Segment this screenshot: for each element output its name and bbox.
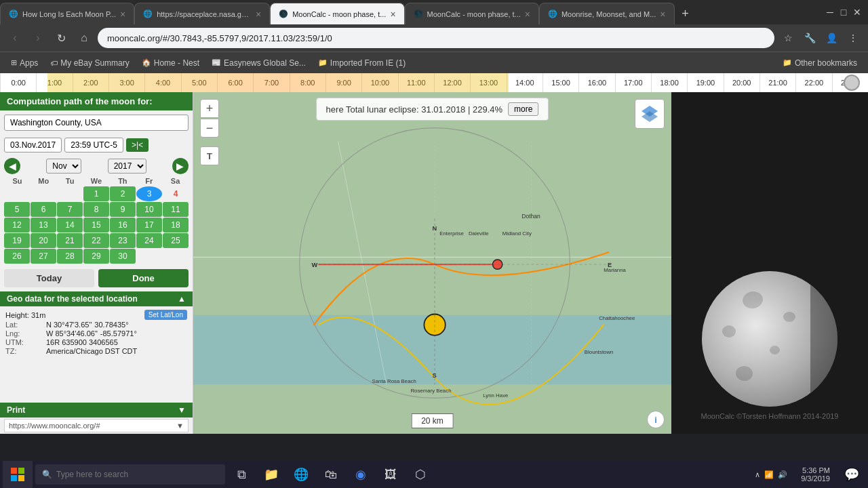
tab-3-close[interactable]: × xyxy=(390,9,395,20)
cal-day-3[interactable]: 3 xyxy=(136,186,162,201)
taskbar-store[interactable]: 🛍 xyxy=(317,461,344,488)
timeline-hour[interactable]: 16:00 xyxy=(578,73,614,92)
bookmark-ebay[interactable]: 🏷 My eBay Summary xyxy=(45,56,134,70)
cal-day-30[interactable]: 30 xyxy=(110,249,136,264)
print-expand-icon[interactable]: ▼ xyxy=(178,405,186,415)
geo-collapse-icon[interactable]: ▲ xyxy=(178,294,186,304)
year-select[interactable]: 2017 xyxy=(108,159,146,174)
tab-3[interactable]: 🌑 MoonCalc - moon phase, t... × xyxy=(270,3,404,24)
cal-day-18[interactable]: 18 xyxy=(163,218,189,232)
cal-day-23[interactable]: 23 xyxy=(110,233,136,248)
cal-day-20[interactable]: 20 xyxy=(31,233,56,248)
tab-2[interactable]: 🌐 https://spaceplace.nasa.go... × xyxy=(134,3,270,24)
taskbar-photos[interactable]: 🖼 xyxy=(377,461,404,488)
info-button[interactable]: i xyxy=(647,411,665,428)
done-button[interactable]: Done xyxy=(98,269,189,287)
other-bookmarks[interactable]: 📁 Other bookmarks xyxy=(777,56,863,70)
cal-day-11[interactable]: 11 xyxy=(163,202,189,217)
taskbar-extra[interactable]: ⬡ xyxy=(407,461,434,488)
timeline-hour[interactable]: 0:00 xyxy=(0,73,36,92)
tab-5-close[interactable]: × xyxy=(660,9,665,20)
cal-day-10[interactable]: 10 xyxy=(136,202,162,217)
today-button[interactable]: Today xyxy=(4,269,94,287)
cal-day-15[interactable]: 15 xyxy=(83,218,109,232)
prev-month-btn[interactable]: ◀ xyxy=(4,158,20,174)
map-area[interactable]: Enterprise Daleville Midland City Dothan… xyxy=(193,92,671,434)
cal-day-14[interactable]: 14 xyxy=(57,218,83,232)
next-month-btn[interactable]: ▶ xyxy=(172,158,189,174)
cal-day-28[interactable]: 28 xyxy=(57,249,83,264)
cal-day-17[interactable]: 17 xyxy=(136,218,162,232)
date-picker[interactable]: 03.Nov.2017 xyxy=(4,138,62,152)
bookmark-apps[interactable]: ⊞ Apps xyxy=(5,56,43,70)
forward-button[interactable]: › xyxy=(28,28,47,47)
minimize-button[interactable]: ─ xyxy=(825,7,835,18)
timeline-hour[interactable]: 12:00 xyxy=(434,73,470,92)
timeline-hour[interactable]: 13:00 xyxy=(470,73,506,92)
tray-volume-icon[interactable]: 🔊 xyxy=(778,470,787,479)
cal-day-24[interactable]: 24 xyxy=(136,233,162,248)
timeline-hour[interactable]: 11:00 xyxy=(398,73,434,92)
close-button[interactable]: ✕ xyxy=(852,7,863,18)
more-button[interactable]: more xyxy=(508,102,538,116)
bookmark-icon[interactable]: ☆ xyxy=(778,28,797,47)
timeline-hour[interactable]: 14:00 xyxy=(507,73,542,92)
timeline-hour[interactable]: 15:00 xyxy=(542,73,578,92)
cal-day-9[interactable]: 9 xyxy=(110,202,136,217)
timeline-hour[interactable]: 18:00 xyxy=(651,73,687,92)
cal-day-2[interactable]: 2 xyxy=(110,186,136,201)
extension-icon[interactable]: 🔧 xyxy=(800,28,819,47)
cal-day-13[interactable]: 13 xyxy=(31,218,56,232)
cal-day-8[interactable]: 8 xyxy=(83,202,109,217)
cal-day-4[interactable]: 4 xyxy=(163,186,189,201)
timeline-hour[interactable]: 2:00 xyxy=(73,73,108,92)
timeline-hour[interactable]: 19:00 xyxy=(687,73,723,92)
print-label[interactable]: Print xyxy=(7,405,25,415)
taskbar-edge[interactable]: 🌐 xyxy=(288,461,315,488)
timeline-hour[interactable]: 21:00 xyxy=(760,73,795,92)
tab-5[interactable]: 🌐 Moonrise, Moonset, and M... × xyxy=(539,3,675,24)
cal-day-12[interactable]: 12 xyxy=(4,218,30,232)
timeline-hour[interactable]: 1:00 xyxy=(36,73,72,92)
start-button[interactable] xyxy=(3,461,33,488)
timeline-hour[interactable]: 17:00 xyxy=(615,73,651,92)
tab-4-close[interactable]: × xyxy=(525,9,530,20)
timeline-hour[interactable]: 10:00 xyxy=(361,73,397,92)
bookmark-easynews[interactable]: 📰 Easynews Global Se... xyxy=(206,56,311,70)
cal-day-16[interactable]: 16 xyxy=(110,218,136,232)
taskbar-explorer[interactable]: 📁 xyxy=(258,461,285,488)
set-latlng-button[interactable]: Set Lat/Lon xyxy=(144,310,187,320)
refresh-button[interactable]: ↻ xyxy=(52,28,71,47)
timeline[interactable]: 0:001:002:003:004:005:006:007:008:009:00… xyxy=(0,73,868,92)
cal-day-1[interactable]: 1 xyxy=(83,186,109,201)
timeline-hour[interactable]: 6:00 xyxy=(217,73,253,92)
time-display[interactable]: 5:36 PM 9/3/2019 xyxy=(795,466,835,483)
cal-day-19[interactable]: 19 xyxy=(4,233,30,248)
profile-icon[interactable]: 👤 xyxy=(822,28,841,47)
cal-day-6[interactable]: 6 xyxy=(31,202,56,217)
layer-button[interactable] xyxy=(635,99,665,129)
location-input[interactable] xyxy=(4,115,189,131)
timeline-hour[interactable]: 3:00 xyxy=(108,73,144,92)
cal-day-26[interactable]: 26 xyxy=(4,249,30,264)
zoom-in-button[interactable]: + xyxy=(200,99,219,118)
cal-day-22[interactable]: 22 xyxy=(83,233,109,248)
timeline-hour[interactable]: 8:00 xyxy=(290,73,326,92)
nav-prev-btn[interactable]: >|< xyxy=(126,138,149,152)
new-tab-button[interactable]: + xyxy=(675,3,696,24)
tab-1-close[interactable]: × xyxy=(120,9,125,20)
url-input[interactable]: mooncalc.org/#/30.7843,-85.5797,9/2017.1… xyxy=(98,28,774,48)
notification-icon[interactable]: 💬 xyxy=(838,461,865,488)
cal-day-29[interactable]: 29 xyxy=(83,249,109,264)
timeline-hour[interactable]: 20:00 xyxy=(724,73,760,92)
tab-2-close[interactable]: × xyxy=(256,9,261,20)
cal-day-5[interactable]: 5 xyxy=(4,202,30,217)
url-bottom-expand[interactable]: ▼ xyxy=(176,422,184,430)
tab-1[interactable]: 🌐 How Long Is Each Moon P... × xyxy=(0,3,134,24)
taskbar-taskview[interactable]: ⧉ xyxy=(228,461,255,488)
month-select[interactable]: Nov xyxy=(46,159,81,174)
bookmark-nest[interactable]: 🏠 Home - Nest xyxy=(136,56,205,70)
cal-day-21[interactable]: 21 xyxy=(57,233,83,248)
home-button[interactable]: ⌂ xyxy=(75,28,94,47)
back-button[interactable]: ‹ xyxy=(5,28,24,47)
